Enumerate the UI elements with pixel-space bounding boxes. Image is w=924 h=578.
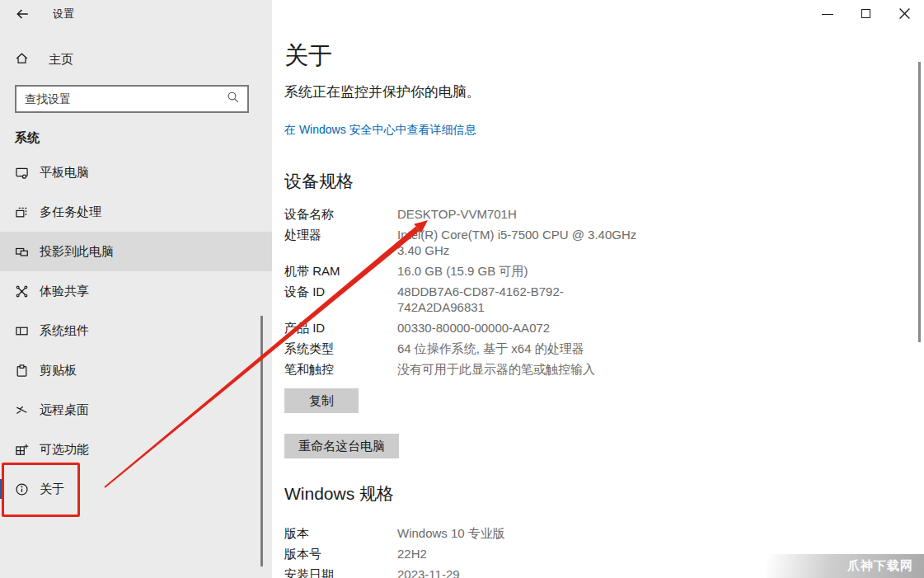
back-icon[interactable] bbox=[15, 7, 30, 21]
search-box[interactable] bbox=[15, 85, 249, 113]
tablet-icon bbox=[15, 166, 29, 180]
shared-experiences-icon bbox=[15, 284, 29, 298]
sidebar-item-remote-desktop[interactable]: 远程桌面 bbox=[0, 390, 272, 430]
sidebar-section-system: 系统 bbox=[15, 130, 40, 146]
sidebar-item-optional-features[interactable]: 可选功能 bbox=[0, 430, 272, 469]
sidebar-nav: 平板电脑 多任务处理 投影到此电脑 bbox=[0, 153, 272, 509]
minimize-icon bbox=[822, 14, 833, 15]
main-content: 关于 系统正在监控并保护你的电脑。 在 Windows 安全中心中查看详细信息 … bbox=[272, 0, 924, 578]
sidebar: 设置 主页 系统 平板电脑 bbox=[0, 0, 272, 578]
table-row: 设备名称 DESKTOP-VVM701H bbox=[284, 206, 924, 222]
watermark: 爪神下载网 bbox=[767, 554, 924, 578]
device-spec-table: 设备名称 DESKTOP-VVM701H 处理器 Intel(R) Core(T… bbox=[284, 206, 924, 377]
optional-features-icon bbox=[15, 443, 29, 457]
windows-security-link[interactable]: 在 Windows 安全中心中查看详细信息 bbox=[284, 123, 476, 138]
remote-desktop-icon bbox=[15, 403, 29, 417]
minimize-button[interactable] bbox=[815, 0, 840, 26]
close-button[interactable] bbox=[892, 0, 917, 26]
table-row: 版本 Windows 10 专业版 bbox=[284, 525, 924, 541]
sidebar-item-project-to-pc[interactable]: 投影到此电脑 bbox=[0, 232, 272, 271]
project-to-pc-icon bbox=[15, 245, 29, 259]
settings-window: 设置 主页 系统 平板电脑 bbox=[0, 0, 924, 578]
info-icon bbox=[15, 482, 29, 496]
titlebar: 设置 bbox=[15, 7, 74, 21]
close-icon bbox=[898, 7, 911, 20]
maximize-button[interactable] bbox=[853, 0, 878, 26]
watermark-text: 爪神下载网 bbox=[847, 558, 913, 574]
table-row: 产品 ID 00330-80000-00000-AA072 bbox=[284, 320, 924, 336]
clipboard-icon bbox=[15, 364, 29, 378]
copy-button[interactable]: 复制 bbox=[284, 388, 359, 413]
home-label: 主页 bbox=[49, 52, 73, 68]
page-title: 关于 bbox=[284, 41, 924, 69]
table-row: 笔和触控 没有可用于此显示器的笔或触控输入 bbox=[284, 361, 924, 377]
selected-accent-bar bbox=[0, 479, 3, 499]
search-input[interactable] bbox=[16, 92, 227, 106]
sidebar-item-multitasking[interactable]: 多任务处理 bbox=[0, 192, 272, 232]
search-icon[interactable] bbox=[227, 91, 240, 107]
table-row: 处理器 Intel(R) Core(TM) i5-7500 CPU @ 3.40… bbox=[284, 227, 924, 258]
app-title: 设置 bbox=[53, 7, 74, 21]
sidebar-item-about[interactable]: 关于 bbox=[0, 469, 272, 509]
sidebar-item-system-components[interactable]: 系统组件 bbox=[0, 311, 272, 350]
table-row: 设备 ID 48DDB7A6-CD87-4162-B792-742A2DA968… bbox=[284, 284, 924, 315]
sidebar-item-clipboard[interactable]: 剪贴板 bbox=[0, 350, 272, 390]
system-components-icon bbox=[15, 324, 29, 338]
maximize-icon bbox=[861, 9, 870, 18]
device-spec-header: 设备规格 bbox=[284, 172, 924, 191]
sidebar-scrollbar-thumb[interactable] bbox=[260, 316, 263, 566]
sidebar-item-shared-experiences[interactable]: 体验共享 bbox=[0, 271, 272, 311]
windows-spec-header: Windows 规格 bbox=[284, 484, 924, 504]
multitask-icon bbox=[15, 205, 29, 219]
home-icon bbox=[15, 51, 29, 68]
main-scrollbar-thumb[interactable] bbox=[918, 62, 921, 342]
sidebar-item-tablet[interactable]: 平板电脑 bbox=[0, 153, 272, 192]
table-row: 系统类型 64 位操作系统, 基于 x64 的处理器 bbox=[284, 341, 924, 356]
page-subtitle: 系统正在监控并保护你的电脑。 bbox=[284, 82, 924, 101]
sidebar-item-home[interactable]: 主页 bbox=[15, 51, 73, 68]
rename-pc-button[interactable]: 重命名这台电脑 bbox=[284, 434, 399, 458]
table-row: 机带 RAM 16.0 GB (15.9 GB 可用) bbox=[284, 263, 924, 279]
